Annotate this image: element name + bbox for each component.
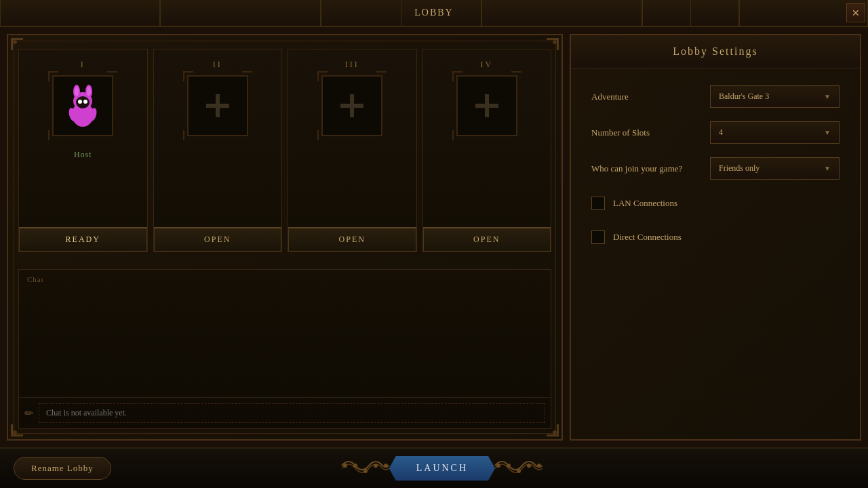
svg-point-22 <box>353 464 357 468</box>
join-value: Friends only <box>719 163 760 174</box>
svg-rect-16 <box>206 104 229 108</box>
svg-point-8 <box>75 87 79 96</box>
svg-rect-15 <box>216 94 220 117</box>
plus-icon-2 <box>201 89 235 123</box>
lan-label: LAN Connections <box>613 198 677 209</box>
svg-point-12 <box>83 100 87 104</box>
empty-slot-icon-3 <box>335 89 369 123</box>
empty-slot-icon-4 <box>470 89 504 123</box>
slots-dropdown-arrow: ▼ <box>824 129 831 136</box>
svg-point-29 <box>527 464 531 468</box>
top-bar-segment-7 <box>690 0 739 26</box>
svg-point-21 <box>343 464 347 468</box>
svg-point-9 <box>87 87 91 96</box>
settings-content: Adventure Baldur's Gate 3 ▼ Number of Sl… <box>571 68 860 264</box>
join-dropdown-arrow: ▼ <box>824 165 831 172</box>
svg-point-7 <box>85 85 92 98</box>
svg-point-24 <box>374 464 378 468</box>
lan-checkbox[interactable] <box>591 197 605 210</box>
slots-control: 4 ▼ <box>710 121 840 144</box>
slot-button-2[interactable]: OPEN <box>154 227 282 251</box>
chat-area: Chat ✏ <box>18 269 551 429</box>
svg-point-6 <box>73 85 80 98</box>
slot-number-3: III <box>345 60 359 70</box>
adventure-value: Baldur's Gate 3 <box>719 92 769 102</box>
left-panel: I <box>7 34 563 441</box>
rename-lobby-button[interactable]: Rename Lobby <box>14 457 111 480</box>
pencil-icon: ✏ <box>24 407 33 420</box>
adventure-row: Adventure Baldur's Gate 3 ▼ <box>591 85 840 108</box>
join-control: Friends only ▼ <box>710 157 840 180</box>
svg-point-5 <box>73 92 92 110</box>
svg-point-11 <box>78 100 82 104</box>
right-panel: Lobby Settings Adventure Baldur's Gate 3… <box>570 34 861 441</box>
bottom-center: LAUNCH <box>338 452 546 485</box>
join-dropdown[interactable]: Friends only ▼ <box>710 157 840 180</box>
svg-point-1 <box>553 40 557 44</box>
svg-point-2 <box>13 430 17 434</box>
player-avatar-1 <box>52 75 113 136</box>
empty-slot-icon-2 <box>201 89 235 123</box>
chat-input[interactable] <box>39 403 545 423</box>
adventure-dropdown-arrow: ▼ <box>824 93 831 100</box>
player-avatar-3 <box>321 75 382 136</box>
slots-row: Number of Slots 4 ▼ <box>591 121 840 144</box>
svg-point-23 <box>363 469 368 473</box>
svg-point-14 <box>88 107 98 122</box>
bottom-bar: Rename Lobby LAUNCH <box>0 447 868 488</box>
chat-messages <box>19 270 551 397</box>
svg-point-28 <box>517 469 521 473</box>
adventure-dropdown[interactable]: Baldur's Gate 3 ▼ <box>710 85 840 108</box>
svg-rect-18 <box>340 104 363 108</box>
top-bar-segment-2 <box>160 0 320 26</box>
top-bar-segment-6 <box>642 0 690 26</box>
join-row: Who can join your game? Friends only ▼ <box>591 157 840 180</box>
window-title: Lobby <box>414 7 453 18</box>
slots-value: 4 <box>719 127 723 138</box>
player-avatar-4 <box>456 75 517 136</box>
slot-button-3[interactable]: OPEN <box>288 227 416 251</box>
player-slot-3: III OPEN <box>288 49 417 252</box>
svg-point-0 <box>13 40 17 44</box>
host-character-svg <box>59 82 106 129</box>
player-slot-1: I <box>18 49 148 252</box>
direct-checkbox[interactable] <box>591 230 605 244</box>
adventure-control: Baldur's Gate 3 ▼ <box>710 85 840 108</box>
svg-rect-19 <box>485 94 489 117</box>
svg-point-27 <box>507 464 511 468</box>
host-label: Host <box>74 150 92 160</box>
player-slot-4: IV OPEN <box>422 49 552 252</box>
chat-label: Chat <box>27 275 44 283</box>
settings-title: Lobby Settings <box>571 35 860 68</box>
plus-icon-4 <box>470 89 504 123</box>
player-avatar-2 <box>187 75 248 136</box>
direct-label: Direct Connections <box>613 232 682 243</box>
slot-button-1[interactable]: READY <box>19 227 147 251</box>
svg-point-3 <box>553 430 557 434</box>
launch-button[interactable]: LAUNCH <box>389 456 495 481</box>
player-slot-2: II OPEN <box>153 49 283 252</box>
adventure-label: Adventure <box>591 92 700 102</box>
lan-row: LAN Connections <box>591 193 840 214</box>
plus-icon-3 <box>335 89 369 123</box>
players-area: I <box>18 49 551 252</box>
slot-number-1: I <box>81 60 85 70</box>
top-bar: Lobby ✕ <box>0 0 868 27</box>
join-label: Who can join your game? <box>591 163 700 174</box>
slots-label: Number of Slots <box>591 127 700 138</box>
svg-point-4 <box>72 102 94 127</box>
slot-button-4[interactable]: OPEN <box>423 227 551 251</box>
slot-number-2: II <box>213 60 222 70</box>
top-bar-segment-3 <box>321 0 401 26</box>
deco-left <box>338 452 393 485</box>
top-bar-segment-5 <box>481 0 642 26</box>
deco-right <box>492 452 546 485</box>
svg-rect-20 <box>475 104 498 108</box>
svg-point-30 <box>537 464 541 468</box>
main-container: I <box>0 27 868 447</box>
close-button[interactable]: ✕ <box>846 3 865 22</box>
svg-rect-17 <box>350 94 354 117</box>
svg-point-26 <box>496 464 500 468</box>
chat-input-area: ✏ <box>19 397 551 428</box>
slots-dropdown[interactable]: 4 ▼ <box>710 121 840 144</box>
